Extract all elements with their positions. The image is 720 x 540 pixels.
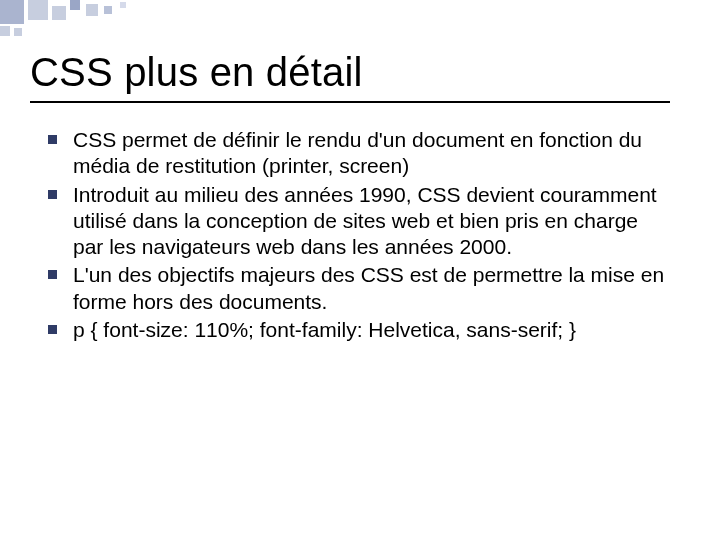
square-bullet-icon [48, 270, 57, 279]
square-bullet-icon [48, 325, 57, 334]
square-bullet-icon [48, 190, 57, 199]
list-item: L'un des objectifs majeurs des CSS est d… [48, 262, 690, 315]
list-item: Introduit au milieu des années 1990, CSS… [48, 182, 690, 261]
slide-title: CSS plus en détail [30, 50, 690, 95]
list-item-text: Introduit au milieu des années 1990, CSS… [73, 182, 673, 261]
title-underline [30, 101, 670, 103]
list-item-text: CSS permet de définir le rendu d'un docu… [73, 127, 673, 180]
slide: CSS plus en détail CSS permet de définir… [30, 50, 690, 345]
list-item-text: L'un des objectifs majeurs des CSS est d… [73, 262, 673, 315]
list-item: CSS permet de définir le rendu d'un docu… [48, 127, 690, 180]
decorative-squares [0, 0, 160, 36]
bullet-list: CSS permet de définir le rendu d'un docu… [30, 127, 690, 343]
list-item: p { font-size: 110%; font-family: Helvet… [48, 317, 690, 343]
square-bullet-icon [48, 135, 57, 144]
list-item-text: p { font-size: 110%; font-family: Helvet… [73, 317, 576, 343]
